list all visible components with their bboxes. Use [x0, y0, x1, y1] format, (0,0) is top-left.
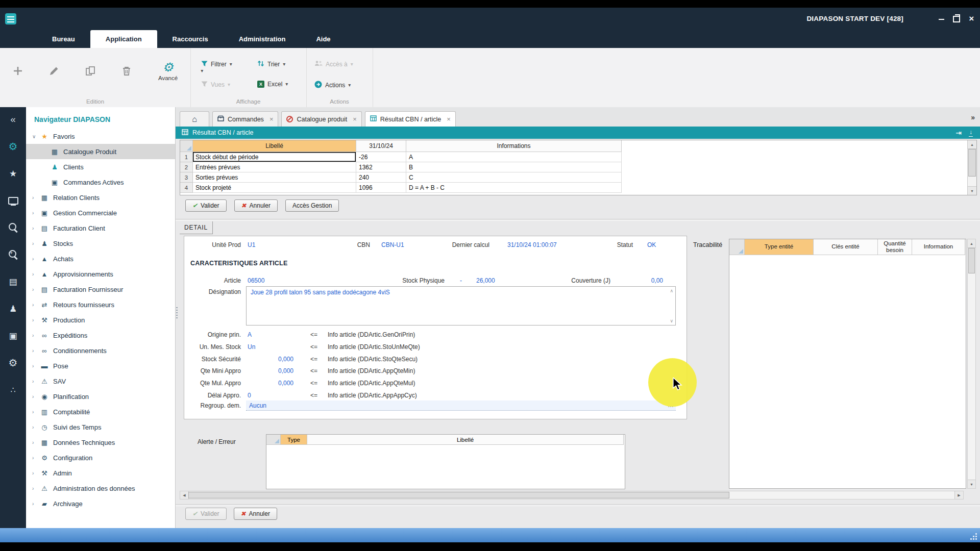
menu-bureau[interactable]: Bureau — [37, 30, 90, 48]
nav-item[interactable]: › ◉ Planification — [26, 389, 175, 404]
nav-item[interactable]: › ∞ Conditionnements — [26, 343, 175, 358]
expand-chevron-icon[interactable]: › — [32, 256, 40, 262]
cell-info[interactable]: A — [406, 152, 622, 162]
nav-item[interactable]: ∨ ★ Favoris — [26, 129, 175, 144]
cell-value[interactable]: -26 — [356, 152, 406, 162]
unite-prod-value[interactable]: U1 — [248, 241, 255, 248]
scroll-up-icon[interactable] — [968, 239, 975, 248]
expand-chevron-icon[interactable]: › — [32, 455, 40, 461]
horizontal-scrollbar[interactable] — [180, 491, 964, 499]
column-header-date[interactable]: 31/10/24 — [356, 140, 406, 152]
expand-chevron-icon[interactable]: › — [32, 287, 40, 292]
close-icon[interactable] — [969, 14, 974, 23]
filter-button[interactable]: Filtrer — [201, 60, 232, 68]
couverture-value[interactable]: 0,00 — [633, 277, 663, 284]
scroll-up-icon[interactable] — [968, 140, 976, 149]
expand-chevron-icon[interactable]: › — [32, 394, 40, 399]
expand-chevron-icon[interactable]: › — [32, 271, 40, 277]
collapse-sidebar-icon[interactable] — [7, 113, 19, 126]
column-header-type-entite[interactable]: Type entité — [745, 239, 814, 255]
scroll-left-icon[interactable] — [180, 491, 189, 499]
close-tab-icon[interactable] — [270, 115, 274, 123]
expand-chevron-icon[interactable]: › — [32, 424, 40, 430]
designation-field[interactable]: Joue 28 profil talon 95 sans patte dodéc… — [246, 286, 676, 325]
nav-item[interactable]: › ◷ Suivi des Temps — [26, 419, 175, 435]
field-value[interactable]: 0,000 — [248, 356, 293, 363]
expand-chevron-icon[interactable]: › — [32, 470, 40, 476]
cell-value[interactable]: 1362 — [356, 162, 406, 172]
copy-icon[interactable] — [84, 64, 97, 78]
result-row[interactable]: 1 Stock début de période -26 A — [180, 152, 967, 162]
nav-item[interactable]: › ⚠ Administration des données — [26, 481, 175, 496]
cell-libelle[interactable]: Sorties prévues — [193, 172, 356, 183]
expand-chevron-icon[interactable]: › — [32, 409, 40, 415]
modules-gear-icon[interactable] — [7, 140, 19, 153]
column-header-cles-entite[interactable]: Clés entité — [814, 239, 878, 255]
goto-end-icon[interactable] — [955, 129, 962, 137]
desktop-icon[interactable] — [7, 194, 19, 207]
field-value[interactable]: 0 — [248, 392, 251, 399]
documents-icon[interactable] — [7, 276, 19, 288]
expand-chevron-icon[interactable]: › — [32, 379, 40, 384]
column-header-type[interactable]: Type — [281, 435, 307, 445]
cell-info[interactable]: D = A + B - C — [406, 183, 622, 193]
delete-trash-icon[interactable] — [120, 64, 133, 78]
nav-item[interactable]: › ▦ Relation Clients — [26, 190, 175, 205]
expand-chevron-icon[interactable]: › — [32, 363, 40, 369]
tab-home[interactable] — [180, 111, 209, 127]
expand-chevron-icon[interactable]: › — [32, 486, 40, 491]
expand-chevron-icon[interactable]: › — [32, 195, 40, 201]
nav-item[interactable]: ▣ Commandes Actives — [26, 174, 175, 190]
resize-grip-icon[interactable] — [970, 533, 977, 540]
expand-chevron-icon[interactable]: › — [32, 302, 40, 308]
chevron-down-icon[interactable] — [283, 62, 285, 67]
expand-chevron-icon[interactable]: › — [32, 348, 40, 354]
user-security-icon[interactable] — [7, 303, 19, 315]
nav-item[interactable]: › ⚒ Production — [26, 312, 175, 328]
field-value[interactable]: Un — [248, 343, 255, 350]
scroll-down-icon[interactable] — [968, 186, 976, 195]
nav-item[interactable]: › ⇄ Retours fournisseurs — [26, 297, 175, 312]
menu-administration[interactable]: Administration — [224, 30, 301, 48]
close-tab-icon[interactable] — [353, 115, 357, 123]
column-header-libelle[interactable]: Libellé — [307, 435, 624, 445]
acces-gestion-button[interactable]: Accès Gestion — [285, 199, 339, 212]
close-tab-icon[interactable] — [447, 115, 451, 123]
nav-item[interactable]: › ▰ Archivage — [26, 496, 175, 511]
tab-catalogue-produit[interactable]: Catalogue produit — [281, 111, 361, 127]
nav-item[interactable]: › ∞ Expéditions — [26, 328, 175, 343]
cell-value[interactable]: 1096 — [356, 183, 406, 193]
field-value[interactable]: 0,000 — [248, 367, 293, 374]
nav-item[interactable]: › ▬ Pose — [26, 358, 175, 373]
result-row[interactable]: 3 Sorties prévues 240 C — [180, 172, 967, 183]
cell-libelle[interactable]: Stock début de période — [193, 152, 356, 162]
nav-item[interactable]: › ▦ Données Techniques — [26, 435, 175, 450]
menu-raccourcis[interactable]: Raccourcis — [157, 30, 224, 48]
nav-item[interactable]: › ♟ Stocks — [26, 236, 175, 251]
expand-chevron-icon[interactable]: ∨ — [32, 134, 40, 139]
expand-chevron-icon[interactable]: › — [32, 501, 40, 507]
select-all-corner[interactable] — [266, 435, 281, 445]
excel-export-button[interactable]: Excel — [257, 81, 288, 88]
spinner-up-icon[interactable] — [670, 288, 673, 293]
column-header-quantite-besoin[interactable]: Quantité besoin — [878, 239, 912, 255]
select-all-corner[interactable] — [729, 239, 745, 255]
minimize-icon[interactable] — [939, 19, 944, 20]
add-icon[interactable] — [11, 64, 24, 78]
nav-item[interactable]: › ▲ Achats — [26, 251, 175, 266]
nav-item[interactable]: › ▲ Approvisionnements — [26, 266, 175, 282]
vertical-scrollbar[interactable] — [967, 239, 976, 489]
menu-aide[interactable]: Aide — [301, 30, 346, 48]
cell-libelle[interactable]: Stock projeté — [193, 183, 356, 193]
menu-application[interactable]: Application — [90, 30, 157, 48]
actions-button[interactable]: Actions — [314, 81, 351, 90]
field-value[interactable]: 0,000 — [248, 380, 293, 387]
column-header-informations[interactable]: Informations — [406, 140, 622, 152]
expand-chevron-icon[interactable]: › — [32, 333, 40, 338]
annuler-button[interactable]: Annuler — [234, 508, 277, 520]
article-value[interactable]: 06500 — [248, 277, 264, 284]
panel-splitter[interactable] — [176, 307, 178, 319]
valider-button[interactable]: Valider — [185, 199, 227, 212]
tab-commandes[interactable]: Commandes — [212, 111, 278, 127]
nav-item[interactable]: › ▣ Gestion Commerciale — [26, 205, 175, 220]
